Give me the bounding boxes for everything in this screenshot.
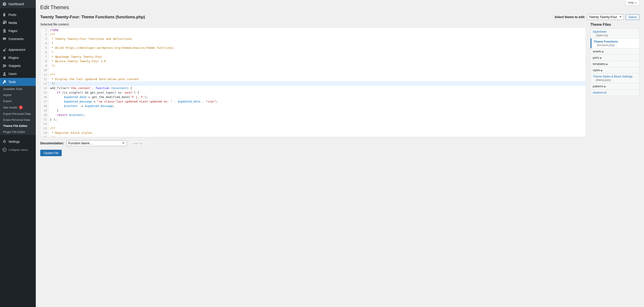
code-editor[interactable]: 1<?php2/**3 * Twenty Twenty-Four functio… <box>40 28 586 137</box>
code-line[interactable]: 2/** <box>40 32 586 37</box>
sidebar-item-appearance[interactable]: Appearance <box>0 46 36 54</box>
line-number: 4 <box>40 41 48 46</box>
plugins-icon <box>2 56 7 60</box>
snippets-icon <box>2 64 7 68</box>
code-line[interactable]: 12 * Display the last updated date below… <box>40 77 586 82</box>
line-number: 11 <box>40 73 48 77</box>
svg-point-4 <box>3 64 4 66</box>
submenu-item[interactable]: Import <box>0 92 36 98</box>
sidebar-label: Snippets <box>8 64 20 68</box>
dashboard-icon <box>2 2 7 6</box>
code-line[interactable]: 1<?php <box>40 28 586 32</box>
line-number: 2 <box>40 32 48 37</box>
content-label: Selected file content: <box>40 23 586 26</box>
sidebar-item-settings[interactable]: Settings <box>0 138 36 146</box>
folder-item[interactable]: assets▶ <box>590 48 639 55</box>
file-item[interactable]: readme.txt <box>590 90 639 96</box>
submenu-item[interactable]: Erase Personal Data <box>0 117 36 123</box>
sidebar-item-tools[interactable]: Tools <box>0 78 36 86</box>
sidebar-item-dashboard[interactable]: Dashboard <box>0 0 36 8</box>
submenu-item[interactable]: Export <box>0 98 36 104</box>
code-line[interactable]: 18 $content .= $updated_message; <box>40 104 586 108</box>
sidebar-item-comments[interactable]: Comments <box>0 35 36 43</box>
sidebar-item-users[interactable]: Users <box>0 70 36 78</box>
code-line[interactable]: 13 */ <box>40 82 586 86</box>
code-line[interactable]: 6 * <box>40 50 586 55</box>
submenu-item[interactable]: Theme File Editor <box>0 123 36 129</box>
svg-point-3 <box>5 48 6 49</box>
tools-icon <box>2 80 7 84</box>
sidebar-item-snippets[interactable]: Snippets <box>0 62 36 70</box>
line-number: 24 <box>40 131 48 135</box>
code-line[interactable]: 17 $updated_message = "<p class='last-up… <box>40 99 586 104</box>
sidebar-label: Media <box>8 21 17 25</box>
code-line[interactable]: 16 $updated_date = get_the_modified_date… <box>40 95 586 99</box>
chevron-right-icon: ▶ <box>601 69 603 72</box>
code-line[interactable]: 7 * @package Twenty Twenty-Four <box>40 55 586 59</box>
code-line[interactable]: 10 <box>40 68 586 73</box>
code-line[interactable]: 20 return $content; <box>40 113 586 117</box>
sidebar-label: Appearance <box>8 48 26 52</box>
line-number: 21 <box>40 117 48 122</box>
submenu-item[interactable]: Site Health1 <box>0 104 36 111</box>
svg-point-5 <box>3 66 4 67</box>
submenu-item[interactable]: Plugin File Editor <box>0 129 36 135</box>
update-file-button[interactable]: Update File <box>40 150 62 156</box>
file-item[interactable]: Theme Styles & Block Settings(theme.json… <box>590 73 639 83</box>
theme-select[interactable]: Twenty Twenty-Four <box>587 14 624 20</box>
line-number: 14 <box>40 86 48 90</box>
select-button[interactable]: Select <box>626 14 640 20</box>
sidebar-label: Users <box>8 72 17 76</box>
sidebar-label: Dashboard <box>8 2 24 6</box>
folder-item[interactable]: patterns▶ <box>590 83 639 90</box>
sidebar-label: Tools <box>8 80 16 84</box>
code-line[interactable]: 23/** <box>40 126 586 131</box>
line-number: 8 <box>40 59 48 64</box>
code-line[interactable]: 4 * <box>40 41 586 46</box>
folder-item[interactable]: parts▶ <box>590 55 639 61</box>
users-icon <box>2 72 7 76</box>
chevron-right-icon: ▶ <box>604 85 606 88</box>
chevron-down-icon: ▼ <box>635 2 637 4</box>
code-line[interactable]: 21} ); <box>40 117 586 122</box>
sidebar-item-media[interactable]: Media <box>0 19 36 27</box>
folder-item[interactable]: styles▶ <box>590 67 639 73</box>
sidebar-item-posts[interactable]: Posts <box>0 11 36 19</box>
code-line[interactable]: 14add_filter('the_content', function ($c… <box>40 86 586 90</box>
submenu-item[interactable]: Available Tools <box>0 86 36 92</box>
sidebar-item-pages[interactable]: Pages <box>0 27 36 35</box>
page-title: Edit Themes <box>40 5 640 11</box>
code-line[interactable]: 8 * @since Twenty Twenty-Four 1.0 <box>40 59 586 64</box>
svg-point-8 <box>3 148 6 151</box>
line-number: 1 <box>40 28 48 32</box>
collapse-menu[interactable]: Collapse menu <box>0 146 36 154</box>
line-number: 18 <box>40 104 48 108</box>
code-line[interactable]: 15 if (is_single() && get_post_type() ==… <box>40 90 586 95</box>
line-number: 15 <box>40 90 48 95</box>
comments-icon <box>2 37 7 41</box>
sidebar-label: Pages <box>8 29 18 33</box>
code-line[interactable]: 3 * Twenty Twenty-Four functions and def… <box>40 37 586 41</box>
notification-badge: 1 <box>19 105 23 109</box>
code-line[interactable]: 22 <box>40 122 586 126</box>
posts-icon <box>2 13 7 17</box>
code-line[interactable]: 24 * Register block styles. <box>40 131 586 135</box>
file-item[interactable]: Stylesheet(style.css) <box>590 29 639 39</box>
lookup-button[interactable]: Look Up <box>129 141 146 146</box>
line-number: 20 <box>40 113 48 117</box>
help-tab[interactable]: Help▼ <box>626 0 640 5</box>
code-line[interactable]: 19 } <box>40 108 586 113</box>
documentation-select[interactable]: Function Name… <box>66 140 127 146</box>
submenu-item[interactable]: Export Personal Data <box>0 111 36 117</box>
collapse-icon <box>2 147 7 152</box>
sidebar-item-plugins[interactable]: Plugins <box>0 54 36 62</box>
folder-item[interactable]: templates▶ <box>590 61 639 67</box>
file-tree: Stylesheet(style.css)Theme Functions(fun… <box>590 29 640 96</box>
code-line[interactable]: 9 */ <box>40 64 586 68</box>
file-subtitle: Twenty Twenty-Four: Theme Functions (fun… <box>40 15 145 20</box>
file-item[interactable]: Theme Functions(functions.php) <box>590 39 639 48</box>
code-line[interactable]: 5 * @link https://developer.wordpress.or… <box>40 46 586 50</box>
code-line[interactable]: 25 */ <box>40 135 586 137</box>
code-line[interactable]: 11/** <box>40 73 586 77</box>
main-content: Help▼ Edit Themes Twenty Twenty-Four: Th… <box>36 0 644 307</box>
